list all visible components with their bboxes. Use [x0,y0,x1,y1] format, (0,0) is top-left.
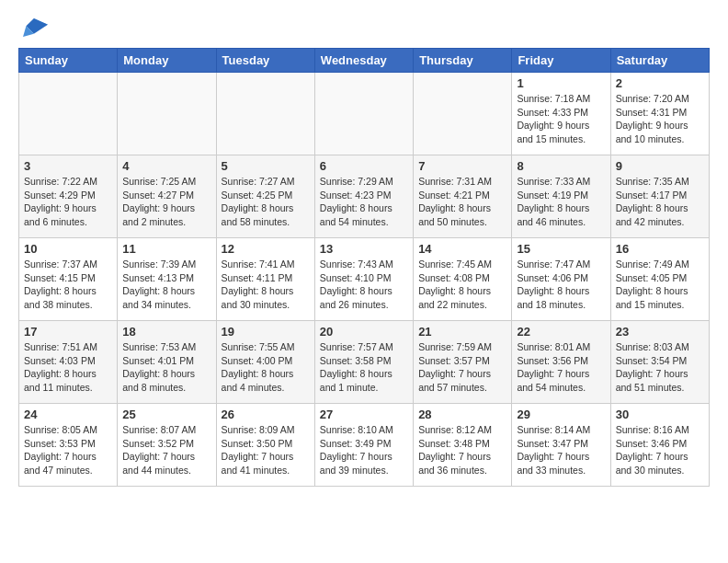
calendar-cell [414,73,512,155]
day-number: 26 [222,408,310,421]
calendar-cell [118,73,216,155]
day-info: Sunrise: 7:41 AM Sunset: 4:11 PM Dayligh… [222,258,310,312]
day-number: 7 [418,159,506,173]
calendar-cell: 4Sunrise: 7:25 AM Sunset: 4:27 PM Daylig… [118,155,216,238]
day-number: 23 [616,325,704,339]
day-info: Sunrise: 7:39 AM Sunset: 4:13 PM Dayligh… [122,258,210,312]
day-info: Sunrise: 7:59 AM Sunset: 3:57 PM Dayligh… [418,340,506,395]
day-number: 3 [24,159,112,173]
calendar-cell: 16Sunrise: 7:49 AM Sunset: 4:05 PM Dayli… [610,238,709,321]
calendar-cell: 17Sunrise: 7:51 AM Sunset: 4:03 PM Dayli… [19,321,118,404]
day-info: Sunrise: 8:12 AM Sunset: 3:48 PM Dayligh… [418,423,506,477]
calendar-cell: 29Sunrise: 8:14 AM Sunset: 3:47 PM Dayli… [512,404,610,487]
day-info: Sunrise: 8:03 AM Sunset: 3:54 PM Dayligh… [616,340,704,395]
weekday-header-monday: Monday [118,49,216,73]
day-info: Sunrise: 8:10 AM Sunset: 3:49 PM Dayligh… [320,423,408,477]
calendar-cell [314,73,413,155]
day-info: Sunrise: 8:07 AM Sunset: 3:52 PM Dayligh… [122,423,210,477]
calendar-cell: 12Sunrise: 7:41 AM Sunset: 4:11 PM Dayli… [216,238,314,321]
day-number: 18 [122,325,210,339]
calendar-cell: 26Sunrise: 8:09 AM Sunset: 3:50 PM Dayli… [216,404,314,487]
day-info: Sunrise: 7:47 AM Sunset: 4:06 PM Dayligh… [517,258,605,312]
day-number: 16 [616,242,704,256]
day-info: Sunrise: 7:37 AM Sunset: 4:15 PM Dayligh… [24,258,112,312]
day-number: 28 [418,408,506,421]
calendar-cell: 20Sunrise: 7:57 AM Sunset: 3:58 PM Dayli… [314,321,413,404]
weekday-header-wednesday: Wednesday [314,49,413,73]
calendar-cell: 3Sunrise: 7:22 AM Sunset: 4:29 PM Daylig… [19,155,118,238]
day-number: 22 [517,325,605,339]
calendar-cell: 28Sunrise: 8:12 AM Sunset: 3:48 PM Dayli… [414,404,512,487]
day-info: Sunrise: 8:01 AM Sunset: 3:56 PM Dayligh… [517,340,605,395]
day-number: 1 [517,76,605,90]
calendar-cell: 23Sunrise: 8:03 AM Sunset: 3:54 PM Dayli… [610,321,709,404]
calendar-cell: 25Sunrise: 8:07 AM Sunset: 3:52 PM Dayli… [118,404,216,487]
day-info: Sunrise: 7:51 AM Sunset: 4:03 PM Dayligh… [24,340,112,395]
day-info: Sunrise: 7:27 AM Sunset: 4:25 PM Dayligh… [222,175,310,229]
day-number: 8 [517,159,605,173]
calendar-cell: 13Sunrise: 7:43 AM Sunset: 4:10 PM Dayli… [314,238,413,321]
calendar-cell [216,73,314,155]
day-info: Sunrise: 8:05 AM Sunset: 3:53 PM Dayligh… [24,423,112,477]
calendar-cell: 19Sunrise: 7:55 AM Sunset: 4:00 PM Dayli… [216,321,314,404]
calendar-cell: 18Sunrise: 7:53 AM Sunset: 4:01 PM Dayli… [118,321,216,404]
day-number: 2 [616,76,704,90]
day-info: Sunrise: 7:57 AM Sunset: 3:58 PM Dayligh… [320,340,408,395]
day-info: Sunrise: 7:49 AM Sunset: 4:05 PM Dayligh… [616,258,704,312]
day-number: 27 [320,408,408,421]
calendar: SundayMondayTuesdayWednesdayThursdayFrid… [18,48,710,487]
calendar-cell: 10Sunrise: 7:37 AM Sunset: 4:15 PM Dayli… [19,238,118,321]
logo-icon [18,15,48,40]
day-info: Sunrise: 8:16 AM Sunset: 3:46 PM Dayligh… [616,423,704,477]
day-number: 24 [24,408,112,421]
weekday-header-friday: Friday [512,49,610,73]
day-info: Sunrise: 7:55 AM Sunset: 4:00 PM Dayligh… [222,340,310,395]
day-info: Sunrise: 7:53 AM Sunset: 4:01 PM Dayligh… [122,340,210,395]
calendar-cell: 5Sunrise: 7:27 AM Sunset: 4:25 PM Daylig… [216,155,314,238]
calendar-cell [19,73,118,155]
day-number: 10 [24,242,112,256]
day-info: Sunrise: 7:25 AM Sunset: 4:27 PM Dayligh… [122,175,210,229]
weekday-header-tuesday: Tuesday [216,49,314,73]
day-number: 30 [616,408,704,421]
day-info: Sunrise: 7:35 AM Sunset: 4:17 PM Dayligh… [616,175,704,229]
calendar-cell: 8Sunrise: 7:33 AM Sunset: 4:19 PM Daylig… [512,155,610,238]
weekday-header-thursday: Thursday [414,49,512,73]
calendar-cell: 14Sunrise: 7:45 AM Sunset: 4:08 PM Dayli… [414,238,512,321]
calendar-cell: 1Sunrise: 7:18 AM Sunset: 4:33 PM Daylig… [512,73,610,155]
day-number: 19 [222,325,310,339]
day-number: 25 [122,408,210,421]
logo [18,15,50,40]
weekday-header-saturday: Saturday [610,49,709,73]
day-number: 17 [24,325,112,339]
calendar-cell: 15Sunrise: 7:47 AM Sunset: 4:06 PM Dayli… [512,238,610,321]
calendar-cell: 30Sunrise: 8:16 AM Sunset: 3:46 PM Dayli… [610,404,709,487]
calendar-cell: 22Sunrise: 8:01 AM Sunset: 3:56 PM Dayli… [512,321,610,404]
day-number: 21 [418,325,506,339]
day-number: 29 [517,408,605,421]
day-number: 20 [320,325,408,339]
day-number: 15 [517,242,605,256]
day-number: 11 [122,242,210,256]
weekday-header-sunday: Sunday [19,49,118,73]
calendar-cell: 11Sunrise: 7:39 AM Sunset: 4:13 PM Dayli… [118,238,216,321]
day-number: 4 [122,159,210,173]
day-number: 5 [222,159,310,173]
day-number: 6 [320,159,408,173]
day-info: Sunrise: 7:20 AM Sunset: 4:31 PM Dayligh… [616,92,704,146]
day-info: Sunrise: 7:22 AM Sunset: 4:29 PM Dayligh… [24,175,112,229]
day-number: 12 [222,242,310,256]
day-info: Sunrise: 7:43 AM Sunset: 4:10 PM Dayligh… [320,258,408,312]
day-number: 13 [320,242,408,256]
day-info: Sunrise: 7:45 AM Sunset: 4:08 PM Dayligh… [418,258,506,312]
day-info: Sunrise: 8:09 AM Sunset: 3:50 PM Dayligh… [222,423,310,477]
day-info: Sunrise: 8:14 AM Sunset: 3:47 PM Dayligh… [517,423,605,477]
calendar-cell: 2Sunrise: 7:20 AM Sunset: 4:31 PM Daylig… [610,73,709,155]
day-number: 14 [418,242,506,256]
day-info: Sunrise: 7:31 AM Sunset: 4:21 PM Dayligh… [418,175,506,229]
calendar-cell: 7Sunrise: 7:31 AM Sunset: 4:21 PM Daylig… [414,155,512,238]
day-info: Sunrise: 7:33 AM Sunset: 4:19 PM Dayligh… [517,175,605,229]
calendar-cell: 6Sunrise: 7:29 AM Sunset: 4:23 PM Daylig… [314,155,413,238]
calendar-cell: 24Sunrise: 8:05 AM Sunset: 3:53 PM Dayli… [19,404,118,487]
day-info: Sunrise: 7:29 AM Sunset: 4:23 PM Dayligh… [320,175,408,229]
